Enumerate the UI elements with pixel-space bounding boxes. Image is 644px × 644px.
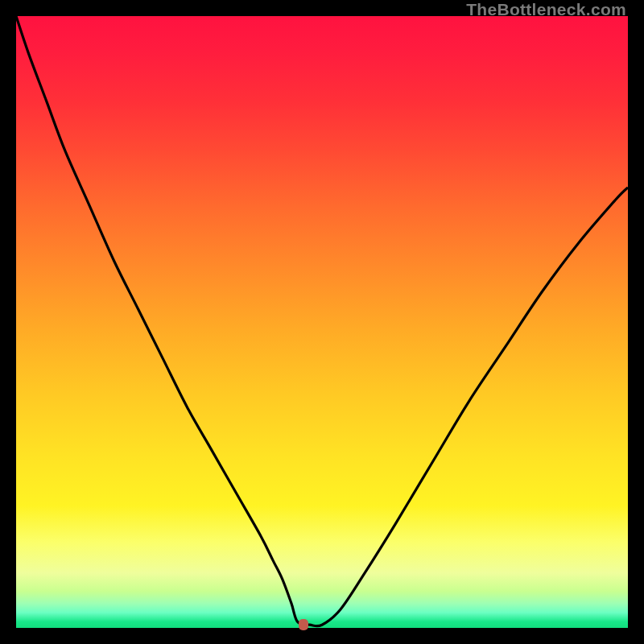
- optimum-marker: [299, 619, 308, 630]
- curve-path: [16, 16, 628, 626]
- bottleneck-curve: [16, 16, 628, 628]
- chart-plot-area: [16, 16, 628, 628]
- chart-frame: TheBottleneck.com: [0, 0, 644, 644]
- watermark-label: TheBottleneck.com: [466, 0, 626, 19]
